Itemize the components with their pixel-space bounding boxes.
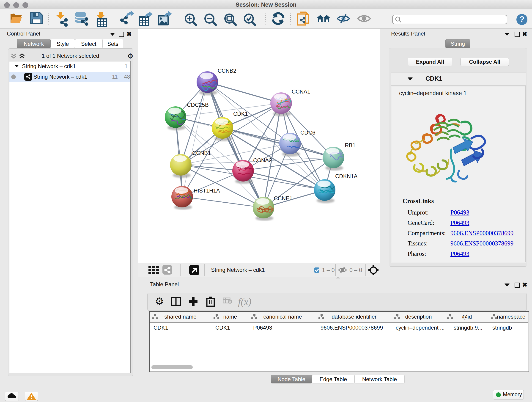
- svg-text:0 – 0: 0 – 0: [349, 267, 362, 273]
- svg-text:RB1: RB1: [345, 142, 355, 148]
- svg-text:CCNA1: CCNA1: [292, 89, 310, 95]
- svg-text:⚙: ⚙: [155, 296, 164, 307]
- svg-text:CCNB1: CCNB1: [192, 150, 211, 156]
- svg-text:CCNA2: CCNA2: [253, 157, 272, 163]
- svg-text:CCNE1: CCNE1: [274, 195, 292, 201]
- svg-text:1 – 0: 1 – 0: [322, 267, 335, 273]
- svg-text:CDK1: CDK1: [233, 111, 248, 117]
- svg-text:CDKN1A: CDKN1A: [335, 173, 357, 179]
- svg-text:f(x): f(x): [238, 296, 251, 307]
- svg-text:HIST1H1A: HIST1H1A: [194, 187, 220, 194]
- svg-text:CDC6: CDC6: [300, 129, 315, 136]
- svg-text:CDC25B: CDC25B: [187, 102, 209, 108]
- svg-text:CCNB2: CCNB2: [218, 68, 236, 74]
- svg-text:?: ?: [519, 15, 525, 24]
- svg-text:String Network – cdk1: String Network – cdk1: [211, 267, 265, 273]
